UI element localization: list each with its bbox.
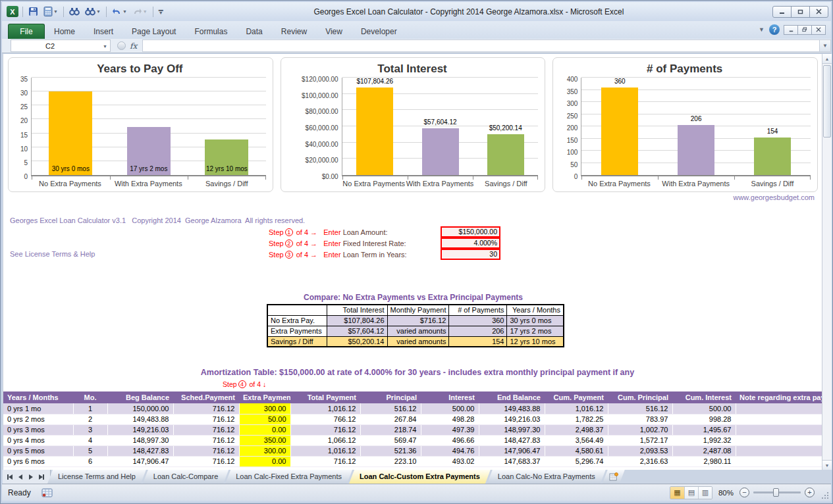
insert-function-button[interactable]: fx bbox=[130, 41, 137, 51]
last-sheet-button[interactable] bbox=[37, 472, 46, 482]
amortization-cell: 149,483.88 bbox=[479, 403, 545, 414]
amortization-header: End Balance bbox=[479, 391, 545, 403]
axis-tick bbox=[32, 176, 32, 180]
amortization-cell: 500.00 bbox=[672, 403, 736, 414]
chart-years-to-pay-off[interactable]: Years to Pay Off3530252015105030 yrs 0 m… bbox=[8, 57, 273, 192]
extra-payment-cell[interactable]: 0.00 bbox=[239, 424, 290, 435]
help-button[interactable]: ? bbox=[769, 24, 780, 35]
next-sheet-button[interactable] bbox=[26, 472, 36, 482]
tab-formulas[interactable]: Formulas bbox=[185, 24, 236, 39]
zoom-level[interactable]: 80% bbox=[718, 489, 734, 497]
x-category-label: No Extra Payments bbox=[342, 176, 406, 190]
license-link[interactable]: See License Terms & Help bbox=[10, 249, 305, 260]
first-sheet-button[interactable] bbox=[5, 472, 14, 482]
zoom-in-button[interactable]: + bbox=[805, 488, 815, 497]
tab-file[interactable]: File bbox=[8, 24, 45, 39]
tab-developer[interactable]: Developer bbox=[352, 24, 406, 39]
amortization-cell: 0 yrs 5 mos bbox=[3, 445, 73, 456]
amortization-cell: 4 bbox=[73, 435, 107, 445]
tab-home[interactable]: Home bbox=[45, 24, 84, 39]
restore-button[interactable] bbox=[791, 6, 810, 18]
tab-review[interactable]: Review bbox=[272, 24, 316, 39]
customize-qat-button[interactable]: ▬ ▼ bbox=[157, 8, 165, 15]
expand-ribbon-icon[interactable]: ▼ bbox=[759, 26, 765, 33]
tab-data[interactable]: Data bbox=[236, 24, 271, 39]
compare-header: # of Payments bbox=[449, 305, 507, 315]
loan-term-input[interactable]: 30 bbox=[441, 249, 500, 260]
sheet-tab-loan-calc-fixed-extra-payments[interactable]: Loan Calc-Fixed Extra Payments bbox=[225, 470, 352, 484]
tab-page-layout[interactable]: Page Layout bbox=[122, 24, 185, 39]
extra-payment-cell[interactable]: 300.00 bbox=[239, 403, 290, 414]
page-break-view-button[interactable]: ▥ bbox=[698, 487, 712, 499]
amortization-cell: 716.12 bbox=[290, 424, 360, 435]
scroll-up-button[interactable]: ▲ bbox=[822, 54, 832, 64]
data-label: $107,804.26 bbox=[329, 78, 421, 85]
extra-payment-cell[interactable]: 300.00 bbox=[239, 445, 290, 456]
formula-input[interactable] bbox=[142, 39, 819, 52]
data-label: 12 yrs 10 mos bbox=[172, 165, 281, 172]
dropdown-arrow-icon: ▼ bbox=[53, 9, 58, 14]
amortization-cell: 5 bbox=[73, 445, 107, 456]
amortization-header: Extra Payment bbox=[239, 391, 290, 403]
find-dropdown-button[interactable]: ▼ bbox=[84, 7, 102, 16]
minimize-button[interactable] bbox=[772, 6, 792, 18]
sheet-tab-loan-calc-no-extra-payments[interactable]: Loan Calc-No Extra Payments bbox=[487, 470, 606, 484]
name-box[interactable]: C2 ▼ bbox=[11, 39, 111, 52]
amortization-header: Years / Months bbox=[3, 391, 73, 403]
vertical-scrollbar[interactable]: ▲ ▼ bbox=[822, 54, 832, 470]
zoom-out-button[interactable]: − bbox=[739, 488, 749, 497]
sheet-tab-license-terms-and-help[interactable]: License Terms and Help bbox=[47, 470, 146, 484]
normal-view-button[interactable]: ▦ bbox=[670, 487, 684, 499]
undo-button[interactable]: ▼ bbox=[111, 7, 128, 16]
dropdown-arrow-icon: ▼ bbox=[159, 12, 163, 14]
step-number-circle: 2 bbox=[285, 239, 293, 247]
zoom-slider-thumb[interactable] bbox=[773, 488, 779, 497]
axis-tick bbox=[658, 176, 658, 180]
website-link[interactable]: www.georgesbudget.com bbox=[733, 193, 815, 201]
chart--of-payments[interactable]: # of Payments400350300250200150100500360… bbox=[552, 57, 818, 192]
record-macro-button[interactable] bbox=[41, 488, 53, 497]
formula-bar-divider bbox=[117, 41, 126, 50]
extra-payment-cell[interactable]: 50.00 bbox=[239, 414, 290, 424]
bar-savings-diff bbox=[487, 134, 524, 175]
amortization-cell: 1,066.12 bbox=[290, 435, 360, 445]
loan-amount-input[interactable]: $150,000.00 bbox=[441, 226, 500, 238]
chart-total-interest[interactable]: Total Interest$120,000.00$100,000.00$80,… bbox=[281, 57, 546, 192]
tab-view[interactable]: View bbox=[316, 24, 352, 39]
compare-row: No Extra Pay.$107,804.26$716.1236030 yrs… bbox=[267, 315, 564, 326]
zoom-slider[interactable] bbox=[753, 491, 801, 493]
binoculars-icon bbox=[69, 7, 80, 16]
resize-grip[interactable] bbox=[820, 490, 829, 499]
redo-button[interactable]: ▼ bbox=[131, 7, 149, 16]
scrollbar-thumb[interactable] bbox=[823, 65, 831, 138]
workbook-minimize-button[interactable] bbox=[784, 25, 798, 35]
extra-payment-cell[interactable]: 350.00 bbox=[239, 435, 290, 445]
step-word: Step bbox=[269, 228, 284, 236]
page-layout-view-button[interactable]: ▤ bbox=[684, 487, 698, 499]
tab-insert[interactable]: Insert bbox=[84, 24, 122, 39]
amortization-cell: 496.66 bbox=[421, 435, 479, 445]
scroll-down-button[interactable]: ▼ bbox=[822, 460, 832, 470]
workbook-restore-button[interactable] bbox=[797, 25, 812, 35]
amortization-cell: 148,997.30 bbox=[107, 435, 173, 445]
calculate-button[interactable]: ▼ bbox=[42, 6, 59, 17]
redo-icon bbox=[132, 7, 142, 16]
previous-sheet-button[interactable] bbox=[16, 472, 25, 482]
name-box-dropdown-icon[interactable]: ▼ bbox=[103, 44, 107, 49]
dropdown-arrow-icon: ▼ bbox=[122, 9, 127, 14]
insert-worksheet-button[interactable] bbox=[603, 470, 625, 484]
amortization-cell: 0 yrs 2 mos bbox=[3, 414, 73, 424]
sheet-tab-loan-calc-custom-extra-payments[interactable]: Loan Calc-Custom Extra Payments bbox=[349, 470, 491, 484]
find-button[interactable] bbox=[68, 7, 81, 16]
save-icon bbox=[28, 7, 38, 16]
interest-rate-input[interactable]: 4.000% bbox=[441, 238, 500, 249]
extra-payment-cell[interactable]: 0.00 bbox=[239, 456, 290, 466]
close-button[interactable] bbox=[809, 6, 828, 18]
compare-cell: 154 bbox=[449, 336, 507, 347]
x-category-label: With Extra Payments bbox=[109, 176, 188, 190]
amortization-cell: 147,906.47 bbox=[107, 456, 173, 466]
sheet-tab-loan-calc-compare[interactable]: Loan Calc-Compare bbox=[143, 470, 228, 484]
workbook-close-button[interactable] bbox=[811, 25, 826, 35]
expand-formula-bar-button[interactable]: ▼ bbox=[819, 39, 831, 52]
save-button[interactable] bbox=[27, 6, 40, 17]
